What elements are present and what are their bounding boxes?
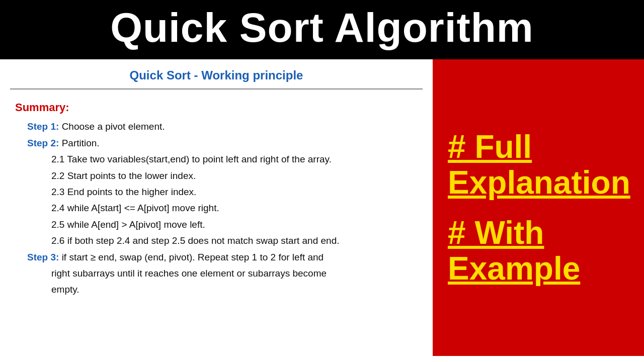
step3-continuation: right subarrays until it reaches one ele… [51,266,418,281]
main-container: Quick Sort - Working principle Summary: … [0,59,644,356]
summary-label: Summary: [15,99,418,116]
step1-label: Step 1: [27,121,59,132]
page-title: Quick Sort Algorithm [10,5,634,50]
step3-continuation2: empty. [51,282,418,297]
subtitle: Quick Sort - Working principle [10,59,423,89]
step1-text: Choose a pivot element. [59,121,165,132]
step3-row: Step 3: if start ≥ end, swap (end, pivot… [27,250,418,265]
step2-row: Step 2: Partition. [27,136,418,151]
sub-step-2-2: 2.2 Start points to the lower index. [51,168,418,184]
sub-step-2-5: 2.5 while A[end] > A[pivot] move left. [51,217,418,232]
right-panel-line1: # Full Explanation [448,129,630,200]
step3-label: Step 3: [27,252,59,262]
left-panel: Quick Sort - Working principle Summary: … [0,59,433,356]
step3-text: if start ≥ end, swap (end, pivot). Repea… [59,252,324,262]
right-panel-line2: # With Example [448,215,580,286]
header: Quick Sort Algorithm [0,0,644,59]
sub-step-2-6: 2.6 if both step 2.4 and step 2.5 does n… [51,233,418,248]
step1-row: Step 1: Choose a pivot element. [27,119,418,134]
sub-step-2-4: 2.4 while A[start] <= A[pivot] move righ… [51,201,418,216]
sub-step-2-3: 2.3 End points to the higher index. [51,185,418,200]
step2-label: Step 2: [27,138,59,148]
step2-text: Partition. [59,138,99,148]
content-area: Summary: Step 1: Choose a pivot element.… [10,99,423,297]
sub-step-2-1: 2.1 Take two variables(start,end) to poi… [51,152,418,167]
right-panel: # Full Explanation # With Example [433,59,644,356]
